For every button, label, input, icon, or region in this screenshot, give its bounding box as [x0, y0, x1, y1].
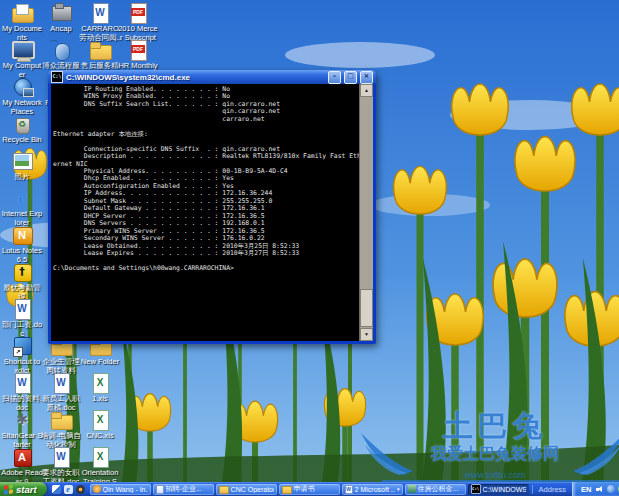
word-icon	[9, 372, 35, 394]
desktop-icon-newhire-doc[interactable]: 新员工入职原稿.doc	[40, 372, 82, 412]
word-icon	[9, 298, 35, 320]
desktop-icon-my-network-places[interactable]: My Network Places	[1, 76, 43, 116]
console-scrollbar[interactable]: ▲ ▼	[359, 84, 373, 341]
desktop-icon-photos[interactable]: 照片	[1, 150, 43, 182]
icon-label: Ancap	[40, 25, 82, 34]
desktop: 土巴兔 我爱土巴兔装修网 www.to8to.com My Documents …	[0, 0, 619, 496]
icon-label: Recycle Bin	[1, 136, 43, 145]
desktop-icon-my-documents[interactable]: My Documents	[1, 2, 43, 42]
excel-icon	[87, 372, 113, 394]
task-buttons: Qin Wang - In... ▾ 招聘-企业... ▾ CNC Operat…	[90, 484, 529, 495]
desktop-icon-female-staff-doc[interactable]: 要求的女职工资料.doc	[40, 446, 82, 486]
task-button[interactable]: 申请书 ▾	[279, 484, 340, 495]
start-button[interactable]: start	[0, 482, 47, 496]
pdf-icon	[125, 39, 151, 61]
sign-icon	[9, 261, 35, 283]
desktop-icon-ancap[interactable]: Ancap	[40, 2, 82, 34]
task-label: C:\WINDOWS...	[483, 486, 526, 493]
ie-icon	[9, 187, 35, 209]
icon-label: New Folder	[79, 358, 121, 367]
icon-label: CNC.xls	[79, 432, 121, 441]
desktop-icon-internet-explorer[interactable]: Internet Explorer	[1, 187, 43, 227]
group-chevron-icon: ▾	[397, 486, 400, 492]
internet-explorer-icon[interactable]	[64, 485, 73, 494]
folder-icon	[219, 486, 229, 494]
word-icon	[345, 485, 353, 494]
task-label: 2 Microsoft ...	[355, 486, 395, 493]
desktop-icon-scan-doc[interactable]: 扫描的资料.doc	[1, 372, 43, 412]
gear-icon	[9, 409, 35, 431]
show-desktop-icon[interactable]	[52, 485, 61, 494]
system-tray: EN 10:04	[572, 482, 619, 496]
task-label: 招聘-企业...	[166, 484, 211, 494]
desktop-icon-lotus-notes[interactable]: Lotus Notes 6.5	[1, 224, 43, 264]
desktop-icon-recycle-bin[interactable]: Recycle Bin	[1, 113, 43, 145]
cmd-window[interactable]: C:\WINDOWS\system32\cmd.exe IP Routing E…	[48, 70, 376, 344]
desktop-icon-mercer-pdf[interactable]: 2010 Mercer Subscripti...	[117, 2, 159, 42]
cmd-titlebar[interactable]: C:\WINDOWS\system32\cmd.exe	[48, 70, 376, 84]
excel-icon	[87, 409, 113, 431]
taskbar: start Qin Wang - In... ▾ 招聘-企业... ▾ CNC …	[0, 482, 619, 496]
window-title: C:\WINDOWS\system32\cmd.exe	[66, 73, 325, 82]
media-player-icon[interactable]	[76, 485, 85, 494]
task-button[interactable]: CNC Operator ▾	[216, 484, 277, 495]
task-label: 住房公积金...	[418, 484, 463, 494]
maximize-button[interactable]	[344, 71, 357, 84]
folder-icon	[282, 486, 292, 494]
minimize-button[interactable]	[328, 71, 341, 84]
task-button[interactable]: 2 Microsoft ... ▾	[342, 484, 403, 495]
picture-icon	[9, 150, 35, 172]
windows-logo-icon	[4, 484, 13, 494]
task-button[interactable]: 住房公积金... ▾	[405, 484, 466, 495]
scrollbar-thumb[interactable]	[360, 289, 373, 327]
quick-launch	[47, 485, 90, 494]
desktop-icon-dept-salary-doc[interactable]: 部门工资.doc	[1, 298, 43, 338]
icon-label: 1.xls	[79, 395, 121, 404]
desktop-icon-carraro-contract[interactable]: CARRARO 劳动合同阅..	[79, 2, 121, 42]
address-toolbar[interactable]: Address	[532, 485, 573, 494]
desktop-icon-xdict-shortcut[interactable]: Shortcut to xdict	[1, 335, 43, 375]
desktop-icon-xls-1[interactable]: 1.xls	[79, 372, 121, 404]
word-icon	[48, 372, 74, 394]
start-label: start	[16, 484, 37, 495]
excel-icon	[87, 446, 113, 468]
desktop-icon-training-folder[interactable]: 培训-电脑自动化控制	[40, 409, 82, 449]
language-indicator[interactable]: EN	[581, 485, 591, 494]
desktop-icon-cnc-xls[interactable]: CNC.xls	[79, 409, 121, 441]
notes-icon	[93, 485, 101, 493]
console-area[interactable]: IP Routing Enabled. . . . . . . . : No W…	[51, 84, 373, 341]
word-icon	[48, 446, 74, 468]
task-button[interactable]: 招聘-企业... ▾	[153, 484, 214, 495]
mydocs-icon	[9, 2, 35, 24]
desktop-icon-orientation-xls[interactable]: Orientation Training Sc...	[79, 446, 121, 486]
mouse-icon	[48, 39, 74, 61]
word-icon	[87, 2, 113, 24]
folder-icon	[87, 39, 113, 61]
computer-icon	[9, 39, 35, 61]
desktop-icon-my-computer[interactable]: My Computer	[1, 39, 43, 79]
xdict-icon	[9, 335, 35, 357]
adobe-icon	[9, 446, 35, 468]
task-label: Qin Wang - In...	[103, 486, 148, 493]
house-icon	[408, 485, 416, 493]
pdf-icon	[125, 2, 151, 24]
volume-icon[interactable]	[595, 485, 604, 494]
scroll-down-icon[interactable]: ▼	[360, 328, 373, 341]
icon-label: 照片	[1, 173, 43, 182]
desktop-icon-adobe-reader[interactable]: Adobe Reader 9	[1, 446, 43, 486]
task-button[interactable]: C:\WINDOWS... ▾	[468, 484, 529, 495]
scroll-up-icon[interactable]: ▲	[360, 84, 373, 97]
network-icon	[9, 76, 35, 98]
task-label: 申请书	[294, 484, 337, 494]
close-button[interactable]	[360, 71, 373, 84]
messenger-tray-icon[interactable]	[607, 485, 615, 493]
task-button[interactable]: Qin Wang - In... ▾	[90, 484, 151, 495]
machine-icon	[48, 2, 74, 24]
desktop-icon-sifangear[interactable]: SifanGear Starter	[1, 409, 43, 449]
desktop-icon-attendance[interactable]: 最优考勤管理	[1, 261, 43, 301]
task-label: CNC Operator	[231, 486, 274, 493]
folder-icon	[48, 409, 74, 431]
notes-icon	[9, 224, 35, 246]
recycle-icon	[9, 113, 35, 135]
console-output: IP Routing Enabled. . . . . . . . : No W…	[51, 84, 359, 341]
